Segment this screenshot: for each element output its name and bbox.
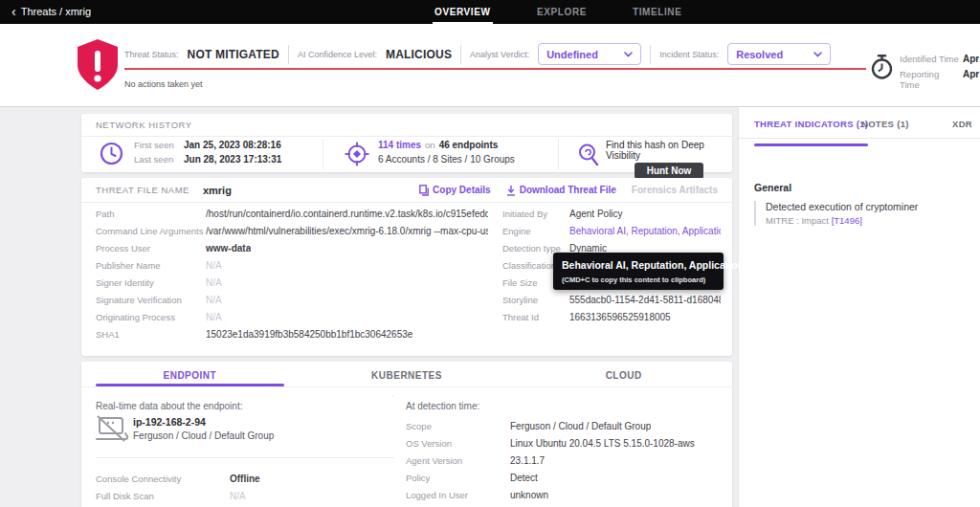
hunt-now-button[interactable]: Hunt Now xyxy=(635,163,704,179)
ai-confidence-value: MALICIOUS xyxy=(386,48,452,61)
originating-process-value: N/A xyxy=(206,312,222,322)
threat-status-header: Threat Status: NOT MITIGATED AI Confiden… xyxy=(0,24,980,107)
back-chevron-icon[interactable]: ‹ xyxy=(11,7,16,17)
tab-notes[interactable]: NOTES (1) xyxy=(861,119,909,129)
logged-in-user-value: unknown xyxy=(510,490,548,500)
alert-red-line xyxy=(124,68,866,70)
threat-file-card: THREAT FILE NAME xmrig Copy Details Down… xyxy=(81,178,732,356)
detail-row: Path/host/run/containerd/io.containerd.r… xyxy=(96,209,488,226)
engine-tooltip: Behavioral AI, Reputation, Application C… xyxy=(553,253,724,290)
detail-row: Threat Id1663136596525918005 xyxy=(502,312,721,329)
scope-value: Ferguson / Cloud / Default Group xyxy=(510,421,651,431)
divider xyxy=(392,395,393,397)
network-history-card: NETWORK HISTORY First seen Jan 25, 2023 … xyxy=(81,114,732,172)
search-icon xyxy=(577,143,600,167)
crosshair-icon xyxy=(344,141,370,167)
identified-time-label: Identified Time xyxy=(900,54,959,64)
mitre-technique-link[interactable]: [T1496] xyxy=(832,215,862,226)
process-user-value: www-data xyxy=(206,243,251,254)
signature-verification-value: N/A xyxy=(206,295,222,305)
detail-row: Originating ProcessN/A xyxy=(96,312,488,329)
detail-row: EngineBehavioral AI, Reputation, Applica… xyxy=(502,226,721,243)
agent-version-value: 23.1.1.7 xyxy=(510,455,545,466)
detail-row: Initiated ByAgent Policy xyxy=(502,209,721,226)
threat-status-value: NOT MITIGATED xyxy=(188,48,279,61)
incident-status-label: Incident Status: xyxy=(659,50,719,59)
chevron-down-icon xyxy=(624,52,633,57)
detail-row: Scope Ferguson / Cloud / Default Group xyxy=(406,421,651,431)
detail-row: Publisher NameN/A xyxy=(96,260,488,277)
detail-row: Console Connectivity Offline xyxy=(96,474,260,484)
endpoints-count: 46 endpoints xyxy=(439,140,499,150)
threat-status-label: Threat Status: xyxy=(124,50,179,59)
analyst-verdict-value: Undefined xyxy=(546,49,598,60)
sha1-value: 15023e1da3919fb3b584250bb1bf1bc30642653e xyxy=(206,329,412,340)
ai-confidence-label: AI Confidence Level: xyxy=(298,50,377,59)
threat-file-title: THREAT FILE NAME xyxy=(96,185,189,195)
reporting-time-label: Reporting Time xyxy=(900,69,959,90)
mitre-label: MITRE : Impact xyxy=(766,215,829,226)
tab-kubernetes[interactable]: KUBERNETES xyxy=(299,362,516,386)
first-seen-value: Jan 25, 2023 08:28:16 xyxy=(184,140,281,150)
stopwatch-icon xyxy=(869,54,895,81)
storyline-value: 555dacb0-1154-2d41-5811-d168048... xyxy=(569,295,721,305)
detail-row: OS Version Linux Ubuntu 20.04.5 LTS 5.15… xyxy=(406,438,695,449)
publisher-name-value: N/A xyxy=(206,260,222,271)
detail-row: Policy Detect xyxy=(406,473,538,483)
indicator-item: Detected execution of cryptominer MITRE … xyxy=(754,201,918,226)
copy-details-label: Copy Details xyxy=(433,185,491,195)
copy-details-button[interactable]: Copy Details xyxy=(419,185,491,196)
detail-row: SHA115023e1da3919fb3b584250bb1bf1bc30642… xyxy=(96,329,488,346)
divider xyxy=(288,45,289,64)
tooltip-text: Behavioral AI, Reputation, Application C… xyxy=(562,259,715,271)
tab-endpoint[interactable]: ENDPOINT xyxy=(81,362,299,386)
chevron-down-icon xyxy=(813,52,822,57)
endpoint-name: ip-192-168-2-94 xyxy=(133,416,274,428)
last-seen-value: Jun 28, 2023 17:13:31 xyxy=(184,154,281,165)
topbar: ‹ Threats / xmrig OVERVIEW EXPLORE TIMEL… xyxy=(0,0,980,24)
realtime-title: Real-time data about the endpoint: xyxy=(96,401,242,411)
disk-scan-value: N/A xyxy=(230,491,246,501)
groups-summary: 6 Accounts / 8 Sites / 10 Groups xyxy=(378,154,515,165)
breadcrumb-label: Threats / xmrig xyxy=(21,6,91,17)
tab-timeline[interactable]: TIMELINE xyxy=(633,7,681,17)
download-threat-file-label: Download Threat File xyxy=(520,185,616,195)
engine-value[interactable]: Behavioral AI, Reputation, Application .… xyxy=(569,226,721,236)
indicators-section: General Detected execution of cryptomine… xyxy=(754,182,918,226)
detail-row: Logged In User unknown xyxy=(406,490,548,500)
connectivity-value: Offline xyxy=(230,474,260,484)
time-info: Identified Time Apr 14, Reporting Time A… xyxy=(900,54,980,84)
incident-status-value: Resolved xyxy=(736,49,783,60)
tab-xdr[interactable]: XDR xyxy=(952,119,972,129)
cmdline-value: /var/www/html/vulnerabilities/exec/xmrig… xyxy=(206,226,488,236)
analyst-verdict-select[interactable]: Undefined xyxy=(538,43,641,65)
endpoint-offline-icon xyxy=(95,414,129,445)
tab-threat-indicators[interactable]: THREAT INDICATORS (1) xyxy=(754,119,868,129)
detections-summary: 114 times on 46 endpoints 6 Accounts / 8… xyxy=(378,140,515,168)
detail-row: Full Disk Scan N/A xyxy=(96,491,246,501)
divider xyxy=(650,45,651,64)
breadcrumb[interactable]: ‹ Threats / xmrig xyxy=(11,6,91,17)
divider xyxy=(558,139,559,169)
forensics-artifacts-label: Forensics Artifacts xyxy=(632,185,718,195)
tab-cloud[interactable]: CLOUD xyxy=(515,362,732,386)
network-history-header: NETWORK HISTORY xyxy=(81,114,732,137)
divider xyxy=(460,45,461,64)
right-panel-tabs: THREAT INDICATORS (1) NOTES (1) XDR xyxy=(739,107,980,139)
copy-icon xyxy=(419,185,429,196)
download-icon xyxy=(506,185,516,196)
incident-status-select[interactable]: Resolved xyxy=(727,43,831,65)
indicator-text: Detected execution of cryptominer xyxy=(766,201,918,212)
host-tabs: ENDPOINT KUBERNETES CLOUD xyxy=(81,362,732,387)
indicators-group-title: General xyxy=(754,182,918,193)
clock-icon xyxy=(99,141,124,166)
threat-indicators-panel: THREAT INDICATORS (1) NOTES (1) XDR Gene… xyxy=(739,107,980,507)
network-history-title: NETWORK HISTORY xyxy=(96,120,192,130)
tab-overview[interactable]: OVERVIEW xyxy=(434,7,491,17)
initiated-by-value: Agent Policy xyxy=(569,209,623,219)
detail-row: Storyline555dacb0-1154-2d41-5811-d168048… xyxy=(502,295,721,312)
tab-explore[interactable]: EXPLORE xyxy=(537,7,587,17)
download-threat-file-button[interactable]: Download Threat File xyxy=(506,185,616,196)
times-seen-link[interactable]: 114 times xyxy=(378,140,421,150)
identified-time-value: Apr 14, xyxy=(963,54,980,64)
